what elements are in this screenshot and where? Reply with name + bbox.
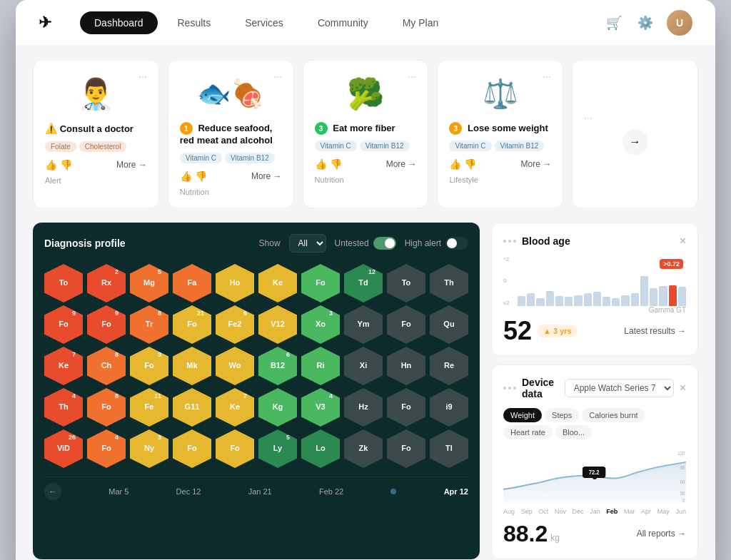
hex-cell[interactable]: Fo — [387, 429, 425, 468]
avatar[interactable]: U — [667, 10, 692, 36]
thumbs-down-btn[interactable]: 👎 — [464, 158, 476, 170]
high-alert-toggle[interactable] — [445, 237, 468, 250]
hex-cell[interactable]: 4Th — [44, 388, 83, 427]
nav-myplan[interactable]: My Plan — [388, 11, 453, 34]
card-nav-arrow[interactable]: → — [622, 129, 648, 155]
hex-cell[interactable]: Fo — [216, 429, 254, 468]
hex-label: Fe — [145, 403, 154, 411]
y-label-top: ^2 — [503, 256, 509, 263]
settings-icon[interactable]: ⚙️ — [635, 13, 655, 33]
more-button[interactable]: More → — [386, 159, 417, 169]
more-button[interactable]: More → — [251, 171, 282, 181]
hex-cell[interactable]: Xi — [344, 347, 383, 385]
hex-cell[interactable]: Re — [430, 347, 468, 385]
thumbs-down-btn[interactable]: 👎 — [195, 170, 207, 182]
hex-cell[interactable]: 8Fo — [87, 388, 126, 427]
close-icon[interactable]: × — [680, 382, 686, 394]
thumbs-down-btn[interactable]: 👎 — [330, 158, 342, 170]
panel-dots — [503, 240, 516, 243]
hex-cell[interactable]: 9Fo — [87, 305, 126, 344]
hex-cell[interactable]: 5Mg — [130, 264, 168, 302]
tab-heartrate[interactable]: Heart rate — [503, 425, 553, 439]
hex-cell[interactable]: Hz — [344, 388, 383, 427]
hex-cell[interactable]: Zk — [344, 429, 383, 468]
thumbs-up-btn[interactable]: 👍 — [180, 170, 192, 182]
nav-community[interactable]: Community — [303, 11, 383, 34]
tab-blood[interactable]: Bloo... — [555, 425, 592, 439]
hex-cell[interactable]: 4V3 — [301, 388, 340, 427]
hex-cell[interactable]: Ho — [216, 264, 254, 302]
card-menu-icon[interactable]: ⋯ — [543, 72, 551, 82]
nav-dashboard[interactable]: Dashboard — [80, 11, 158, 34]
thumbs-up-btn[interactable]: 👍 — [45, 159, 57, 170]
thumbs-down-btn[interactable]: 👎 — [60, 159, 72, 170]
hex-cell[interactable]: 12Td — [344, 264, 383, 302]
tag-vitb12: Vitamin B12 — [360, 141, 410, 151]
nav-services[interactable]: Services — [231, 11, 298, 34]
hex-cell[interactable]: 7Ke — [44, 347, 83, 385]
card-menu-icon[interactable]: ⋯ — [273, 72, 282, 82]
hex-cell[interactable]: 11Fe — [130, 388, 168, 427]
hex-cell[interactable]: Mk — [173, 347, 211, 385]
hex-cell[interactable]: Ri — [301, 347, 340, 385]
device-select[interactable]: Apple Watch Series 7 — [565, 379, 674, 397]
hex-cell[interactable]: Fo — [387, 305, 425, 344]
tab-steps[interactable]: Steps — [545, 408, 579, 422]
hex-cell[interactable]: Th — [430, 264, 468, 302]
hex-cell[interactable]: 4Fo — [87, 429, 126, 468]
hex-cell[interactable]: To — [44, 264, 83, 302]
hex-cell[interactable]: 5Ly — [258, 429, 297, 468]
hex-cell[interactable]: Fo — [301, 264, 340, 302]
hex-cell[interactable]: 9Fo — [44, 305, 83, 344]
hex-cell[interactable]: Wo — [216, 347, 254, 385]
hex-cell[interactable]: Fo — [387, 388, 425, 427]
hex-cell[interactable]: 26ViD — [44, 429, 83, 468]
hex-cell[interactable]: 2Rx — [87, 264, 126, 302]
close-icon[interactable]: × — [680, 235, 686, 248]
hex-cell[interactable]: Fo — [173, 429, 211, 468]
more-button[interactable]: More → — [521, 159, 552, 169]
hex-cell[interactable]: Hn — [387, 347, 425, 385]
cart-icon[interactable]: 🛒 — [604, 13, 624, 33]
hex-cell[interactable]: 8Ch — [87, 347, 126, 385]
hex-num: 2 — [115, 268, 119, 275]
hex-cell[interactable]: 6Fe2 — [216, 305, 254, 344]
tab-calories[interactable]: Calories burnt — [582, 408, 645, 422]
all-reports-button[interactable]: All reports → — [637, 529, 686, 539]
hex-cell[interactable]: Kg — [258, 388, 297, 427]
hex-cell[interactable]: V12 — [258, 305, 297, 344]
card-menu-icon[interactable]: ⋯ — [138, 72, 147, 82]
hex-cell[interactable]: G11 — [173, 388, 211, 427]
thumbs-up-btn[interactable]: 👍 — [315, 158, 327, 170]
hex-label: Hz — [358, 403, 368, 411]
hex-cell[interactable]: 3Fo — [130, 347, 168, 385]
filter-select[interactable]: All — [289, 234, 326, 253]
hex-cell[interactable]: 3Xo — [301, 305, 340, 344]
hex-cell[interactable]: 7Ke — [216, 388, 254, 427]
hex-cell[interactable]: Fa — [173, 264, 211, 302]
more-button[interactable]: More → — [116, 160, 147, 170]
panel-dots — [503, 387, 516, 390]
hex-label: Th — [444, 279, 453, 287]
hex-cell[interactable]: Lo — [301, 429, 340, 468]
hex-cell[interactable]: Ym — [344, 305, 383, 344]
hex-cell[interactable]: 8Tr — [130, 305, 168, 344]
nav-results[interactable]: Results — [163, 11, 226, 34]
card-menu-icon[interactable]: ⋯ — [408, 72, 416, 82]
hex-cell[interactable]: 21Fo — [173, 305, 211, 344]
hex-cell[interactable]: To — [387, 264, 425, 302]
hex-cell[interactable]: 6B12 — [258, 347, 297, 385]
hex-cell[interactable]: Qu — [430, 305, 468, 344]
thumbs-up-btn[interactable]: 👍 — [449, 158, 461, 170]
logo-icon[interactable]: ✈ — [39, 14, 51, 32]
untested-toggle[interactable] — [373, 237, 396, 250]
x-label: Dec — [573, 508, 584, 515]
hex-cell[interactable]: i9 — [430, 388, 468, 427]
hex-cell[interactable]: Ke — [258, 264, 297, 302]
timeline-prev[interactable]: ← — [44, 483, 61, 500]
hex-cell[interactable]: Tl — [430, 429, 468, 468]
card-menu-icon[interactable]: ⋯ — [584, 113, 593, 123]
hex-cell[interactable]: 3Ny — [130, 429, 168, 468]
latest-results-button[interactable]: Latest results → — [624, 326, 686, 336]
tab-weight[interactable]: Weight — [503, 408, 542, 422]
